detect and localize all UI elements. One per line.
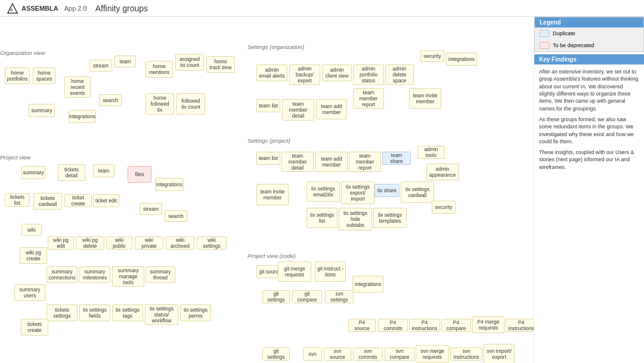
card-integrations-proj: integrations bbox=[155, 178, 184, 191]
card-team-member-detail-sp: team member detail bbox=[281, 152, 314, 172]
app-version: App 2.0 bbox=[64, 5, 87, 12]
card-admin-delete-space: admin delete space bbox=[385, 64, 414, 85]
card-team-proj: team bbox=[93, 164, 114, 177]
findings-para-3: These insights, coupled with our Users &… bbox=[539, 149, 639, 171]
card-home-spaces: home spaces bbox=[33, 67, 55, 84]
card-tix-settings-fields: tix settings fields bbox=[79, 304, 110, 321]
card-tix-settings-status: tix settings status/ workflow bbox=[145, 304, 178, 325]
card-p4-instructions2: P4 instructions bbox=[506, 319, 534, 332]
svg-text:A: A bbox=[10, 8, 13, 12]
findings-para-1: After an extensive inventory, we set out… bbox=[539, 68, 639, 112]
card-tix-settings-list: tix settings list bbox=[306, 208, 338, 228]
legend-box: Legend Duplicate To be deprecated bbox=[534, 17, 644, 52]
card-stream-org: stream bbox=[89, 60, 112, 72]
card-admin-appearance: admin appearance bbox=[426, 164, 459, 180]
card-summary-connections: summary connections bbox=[47, 266, 78, 283]
findings-para-2: As these groups formed, we also saw some… bbox=[539, 116, 639, 145]
card-git-settings: git settings bbox=[262, 290, 290, 303]
card-integrations-org: integrations bbox=[69, 110, 96, 123]
section-settings-org: Settings (organization) bbox=[247, 44, 304, 50]
card-home-portfolios: home portfolios bbox=[5, 67, 30, 84]
card-team-member-report-sp: team member report bbox=[349, 152, 381, 172]
card-wiki-settings: wiki settings bbox=[197, 236, 227, 250]
card-svn-merge-requests: svn merge requests bbox=[416, 345, 449, 363]
card-team-invite-member: team invite member bbox=[409, 88, 441, 109]
card-search-org: search bbox=[99, 94, 122, 106]
findings-title: Key Findings bbox=[534, 54, 644, 64]
card-admin-backup-export: admin backup/ export bbox=[289, 64, 320, 85]
card-team-share: team share bbox=[382, 152, 411, 165]
legend-swatch-blue bbox=[540, 30, 549, 37]
card-wiki: wiki bbox=[21, 224, 42, 236]
card-svn-commits: svn commits bbox=[353, 347, 383, 361]
card-team-member-report: team member report bbox=[353, 88, 384, 109]
card-tix-settings-email2tix: tix settings email2tix bbox=[306, 182, 340, 202]
card-integrations-pc: integrations bbox=[352, 276, 383, 293]
card-wiki-pg-delete: wiki pg delete bbox=[76, 236, 104, 250]
card-followed-tix-count: followed tix count bbox=[177, 93, 205, 115]
card-tix-share: tix share bbox=[374, 184, 400, 197]
card-svn-source: svn source bbox=[324, 347, 351, 361]
card-team-add-member-sp: team add member bbox=[315, 152, 348, 172]
card-git-merge-requests: git merge requests bbox=[278, 262, 311, 282]
assembla-logo-icon: A bbox=[7, 3, 18, 14]
page-title: Affinity groups bbox=[95, 4, 148, 13]
legend-item-deprecated: To be deprecated bbox=[535, 39, 643, 51]
card-summary-milestones: summary milestones bbox=[79, 266, 110, 283]
card-summary-org: summary bbox=[29, 104, 55, 117]
main-content: Organization view Project view Settings … bbox=[0, 17, 644, 363]
card-tickets-create: tickets create bbox=[21, 319, 48, 336]
card-tix-settings-tags: tix settings tags bbox=[112, 304, 143, 321]
card-security-sp: security bbox=[432, 201, 456, 214]
card-stream-proj: stream bbox=[140, 203, 162, 215]
findings-text: After an extensive inventory, we set out… bbox=[534, 64, 644, 174]
section-project-code: Project view (code) bbox=[247, 253, 296, 259]
card-admin-client-view: admin client view bbox=[322, 64, 352, 81]
legend-item-duplicate: Duplicate bbox=[535, 27, 643, 39]
card-home-mentions: home mentions bbox=[145, 61, 173, 78]
card-team-member-detail: team member detail bbox=[282, 99, 314, 121]
card-svn-instructions: svn instructions bbox=[450, 347, 482, 361]
section-org-view: Organization view bbox=[0, 50, 45, 56]
card-svn-settings: svn settings bbox=[325, 290, 354, 303]
card-security-org: security bbox=[420, 50, 444, 62]
card-team-org: team bbox=[114, 56, 136, 67]
card-ticket-create: ticket create bbox=[64, 194, 92, 207]
card-team-list: team list bbox=[256, 99, 280, 112]
card-git-compare: git compare bbox=[292, 290, 322, 303]
findings-box: Key Findings After an extensive inventor… bbox=[534, 54, 644, 174]
card-home-track-time: home track time bbox=[206, 56, 235, 73]
card-team-add-member: team add member bbox=[316, 99, 347, 119]
brand-name: ASSEMBLA bbox=[21, 5, 58, 12]
affinity-canvas: Organization view Project view Settings … bbox=[0, 17, 534, 363]
app-header: A ASSEMBLA App 2.0 Affinity groups bbox=[0, 0, 644, 17]
card-home-followed-tix: home followed tix bbox=[145, 93, 174, 115]
section-project-view: Project view bbox=[0, 154, 30, 161]
legend-title: Legend bbox=[535, 17, 643, 27]
card-admin-tools: admin tools bbox=[417, 146, 445, 159]
card-wiki-public: wiki public bbox=[106, 236, 132, 250]
card-tickets-detail: tickets detail bbox=[58, 164, 85, 181]
card-tix-settings-cardwall: tix settings cardwall bbox=[401, 182, 434, 203]
card-svn-compare: svn compare bbox=[385, 347, 414, 361]
card-tix-settings-templates: tix settings templates bbox=[373, 208, 407, 228]
card-tickets-list: tickets list bbox=[5, 193, 30, 207]
legend-label-deprecated: To be deprecated bbox=[553, 42, 595, 48]
card-git-instruct-tions: git instruct - tions bbox=[315, 262, 346, 282]
card-wiki-archived: wiki archived bbox=[166, 236, 194, 250]
card-p4-source: P4 source bbox=[348, 319, 376, 332]
card-admin-portfolio-status: admin portfolio status bbox=[353, 64, 384, 85]
logo-area: A ASSEMBLA bbox=[7, 3, 58, 14]
card-files: files bbox=[128, 166, 151, 183]
card-tix-settings-hide-subtabs: tix settings hide subtabs bbox=[339, 208, 372, 230]
card-integrations-so: integrations bbox=[446, 53, 477, 66]
card-tix-settings-perms: tix settings perms bbox=[180, 304, 211, 321]
card-p4-compare: P4 compare bbox=[441, 319, 471, 332]
legend-label-duplicate: Duplicate bbox=[553, 30, 575, 36]
card-search-proj: search bbox=[165, 210, 187, 222]
section-settings-proj: Settings (project) bbox=[247, 137, 290, 144]
card-svn-import-export: svn import/ export bbox=[484, 344, 515, 363]
legend-swatch-pink bbox=[540, 42, 549, 49]
card-home-recent-events: home recent events bbox=[64, 76, 91, 98]
card-summary-manage-tools: summary manage tools bbox=[112, 266, 144, 287]
